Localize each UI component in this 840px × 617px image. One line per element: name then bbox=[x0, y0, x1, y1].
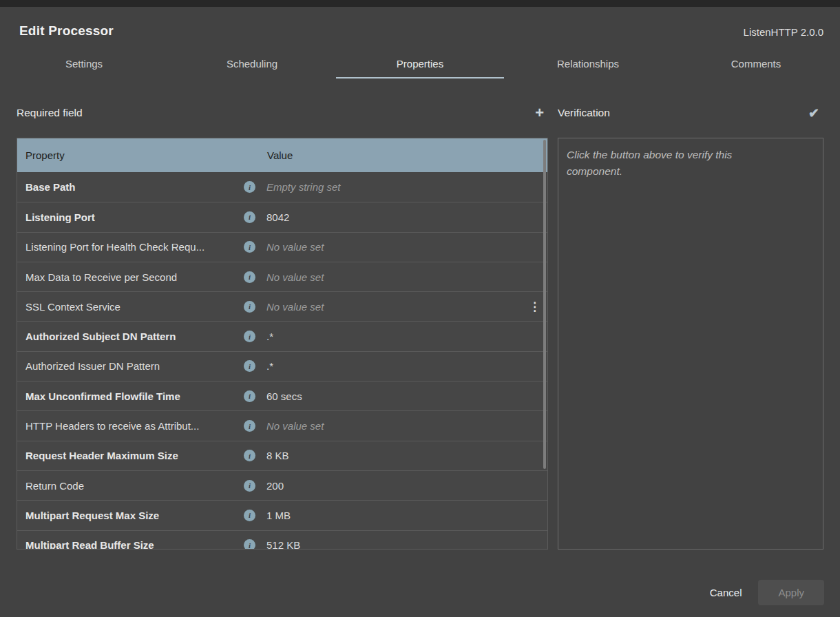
property-value[interactable]: 512 KB bbox=[266, 539, 547, 550]
property-name: Listening Port for Health Check Requ... bbox=[25, 241, 244, 253]
property-name: HTTP Headers to receive as Attribut... bbox=[25, 420, 244, 432]
table-row[interactable]: Base PathiEmpty string set bbox=[17, 172, 547, 202]
check-icon: ✔ bbox=[808, 106, 819, 121]
verification-message: Click the button above to verify this co… bbox=[567, 147, 773, 180]
property-value[interactable]: 8 KB bbox=[266, 450, 547, 461]
table-row[interactable]: Return Codei200 bbox=[17, 470, 547, 500]
property-name: Multipart Request Max Size bbox=[25, 510, 244, 521]
info-icon[interactable]: i bbox=[244, 420, 255, 432]
tab-relationships[interactable]: Relationships bbox=[504, 48, 672, 79]
dialog-header: Edit Processor ListenHTTP 2.0.0 bbox=[0, 7, 840, 39]
properties-panel: Required field + Property Value Base Pat… bbox=[17, 99, 548, 550]
info-icon[interactable]: i bbox=[244, 181, 255, 193]
cancel-button[interactable]: Cancel bbox=[710, 587, 742, 598]
property-name: Listening Port bbox=[25, 211, 244, 223]
property-name: Request Header Maximum Size bbox=[25, 450, 244, 461]
tab-label: Scheduling bbox=[227, 58, 277, 70]
table-row[interactable]: Multipart Read Buffer Sizei512 KB bbox=[17, 530, 547, 550]
property-value[interactable]: No value set bbox=[266, 301, 547, 313]
property-value[interactable]: Empty string set bbox=[266, 181, 547, 193]
info-icon[interactable]: i bbox=[244, 271, 255, 283]
property-value[interactable]: No value set bbox=[266, 241, 547, 253]
property-value[interactable]: No value set bbox=[266, 420, 547, 432]
apply-button[interactable]: Apply bbox=[758, 580, 824, 605]
table-row[interactable]: HTTP Headers to receive as Attribut...iN… bbox=[17, 410, 547, 440]
table-scrollbar[interactable] bbox=[543, 140, 546, 469]
table-header-row: Property Value bbox=[17, 138, 547, 172]
table-row[interactable]: Max Data to Receive per SecondiNo value … bbox=[17, 262, 547, 291]
plus-icon: + bbox=[535, 104, 544, 121]
table-row[interactable]: Listening Port for Health Check Requ...i… bbox=[17, 232, 547, 262]
info-icon[interactable]: i bbox=[244, 360, 255, 372]
table-row[interactable]: Authorized Subject DN Patterni.* bbox=[17, 321, 547, 351]
property-name: Base Path bbox=[25, 181, 244, 193]
info-icon[interactable]: i bbox=[244, 211, 255, 223]
tab-label: Settings bbox=[65, 58, 103, 70]
verification-results-box: Click the button above to verify this co… bbox=[558, 138, 823, 550]
property-value[interactable]: .* bbox=[266, 360, 547, 372]
property-value[interactable]: No value set bbox=[266, 271, 547, 283]
page-title: Edit Processor bbox=[19, 23, 114, 39]
verify-button[interactable]: ✔ bbox=[804, 107, 823, 120]
property-value[interactable]: 200 bbox=[266, 480, 547, 492]
property-name: Max Data to Receive per Second bbox=[25, 271, 244, 283]
edit-processor-dialog: Edit Processor ListenHTTP 2.0.0 Settings… bbox=[0, 7, 840, 617]
info-icon[interactable]: i bbox=[244, 241, 255, 253]
property-value[interactable]: 8042 bbox=[266, 211, 547, 223]
table-row[interactable]: Authorized Issuer DN Patterni.* bbox=[17, 351, 547, 381]
tab-label: Relationships bbox=[557, 58, 619, 70]
property-name: Return Code bbox=[25, 480, 244, 492]
table-row[interactable]: Max Unconfirmed Flowfile Timei60 secs bbox=[17, 381, 547, 410]
verification-label: Verification bbox=[558, 107, 610, 119]
tab-label: Comments bbox=[731, 58, 781, 70]
dialog-footer: Cancel Apply bbox=[710, 580, 824, 605]
property-name: SSL Context Service bbox=[25, 301, 244, 313]
verification-section-head: Verification ✔ bbox=[558, 99, 823, 127]
table-row[interactable]: Multipart Request Max Sizei1 MB bbox=[17, 500, 547, 530]
table-row[interactable]: Listening Porti8042 bbox=[17, 202, 547, 231]
property-value[interactable]: 60 secs bbox=[266, 390, 547, 402]
column-header-value: Value bbox=[267, 149, 293, 161]
properties-section-head: Required field + bbox=[17, 99, 548, 127]
more-options-icon[interactable]: ⋮ bbox=[526, 298, 543, 315]
property-value[interactable]: 1 MB bbox=[266, 510, 547, 521]
property-name: Authorized Issuer DN Pattern bbox=[25, 360, 244, 372]
tab-comments[interactable]: Comments bbox=[672, 48, 840, 79]
info-icon[interactable]: i bbox=[244, 301, 255, 313]
info-icon[interactable]: i bbox=[244, 539, 255, 550]
table-body: Base PathiEmpty string setListening Port… bbox=[17, 172, 547, 550]
properties-table: Property Value Base PathiEmpty string se… bbox=[17, 138, 548, 550]
tab-bar: SettingsSchedulingPropertiesRelationship… bbox=[0, 48, 840, 79]
table-row[interactable]: Request Header Maximum Sizei8 KB bbox=[17, 441, 547, 470]
info-icon[interactable]: i bbox=[244, 331, 255, 342]
table-row[interactable]: SSL Context ServiceiNo value set⋮ bbox=[17, 291, 547, 321]
property-name: Multipart Read Buffer Size bbox=[25, 539, 244, 550]
tab-label: Properties bbox=[397, 58, 443, 70]
column-header-property: Property bbox=[25, 149, 267, 161]
info-icon[interactable]: i bbox=[244, 450, 255, 461]
info-icon[interactable]: i bbox=[244, 390, 255, 402]
tab-settings[interactable]: Settings bbox=[0, 48, 168, 79]
processor-type-version: ListenHTTP 2.0.0 bbox=[744, 26, 823, 39]
tab-scheduling[interactable]: Scheduling bbox=[168, 48, 336, 79]
property-value[interactable]: .* bbox=[266, 331, 547, 342]
info-icon[interactable]: i bbox=[244, 480, 255, 492]
property-name: Authorized Subject DN Pattern bbox=[25, 331, 244, 342]
verification-panel: Verification ✔ Click the button above to… bbox=[558, 99, 823, 550]
info-icon[interactable]: i bbox=[244, 510, 255, 521]
tab-properties[interactable]: Properties bbox=[336, 48, 504, 79]
property-name: Max Unconfirmed Flowfile Time bbox=[25, 390, 244, 402]
add-property-button[interactable]: + bbox=[531, 105, 548, 121]
required-field-label: Required field bbox=[17, 107, 83, 119]
